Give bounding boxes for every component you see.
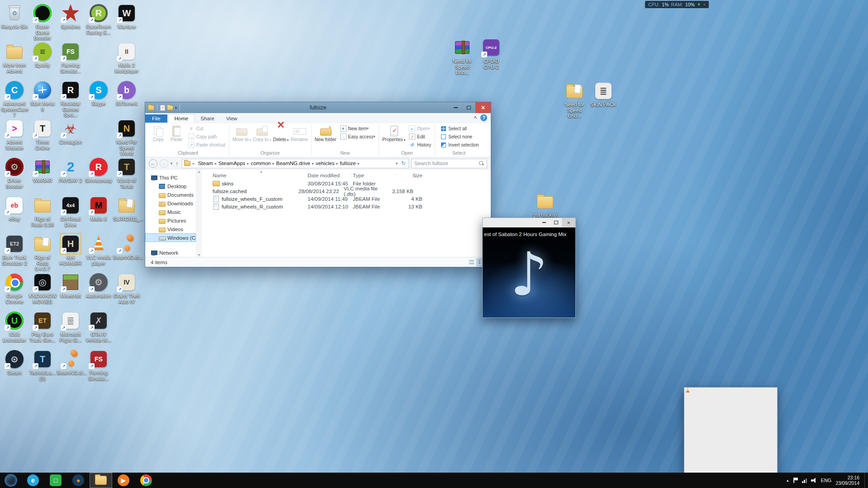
search-input[interactable]: Search fullsize [414,161,479,166]
show-desktop-button[interactable] [864,473,866,488]
action-center-flag-icon[interactable] [793,478,798,483]
nav-item-pictures[interactable]: Pictures [145,216,196,225]
desktop-icon-payday-2[interactable]: 2↗PAYDAY 2 [57,157,84,184]
desktop-icon-advanced-systemcare-7[interactable]: C↗Advanced SystemCare 7 [1,81,28,118]
desktop-icon-simraceway[interactable]: R↗Simraceway [85,157,112,184]
taskbar-firefox-button[interactable]: ● [67,473,90,488]
desktop-icon-play-euro-truck-sim[interactable]: ET↗Play Euro Truck Sim... [29,311,56,343]
vlc-maximize-button[interactable] [550,218,562,227]
desktop-icon-times-online[interactable]: T↗Times Online [29,119,56,151]
taskbar-file-explorer-button[interactable] [90,473,112,488]
desktop-icon-rockstar-games-soci[interactable]: R↗Rockstar Games Soci... [57,81,84,118]
new-folder-qat-icon[interactable] [167,105,173,110]
desktop-icon-driver-booster[interactable]: ⚙↗Driver Booster [1,157,28,189]
desktop-icon-rigs-of-rods-0-38[interactable]: Rigs of Rods 0.38 [29,196,56,227]
select-none-button[interactable]: Select none [439,133,480,141]
breadcrumb-segment[interactable]: Steam [197,161,214,166]
scroll-up-icon[interactable]: ▲ [198,170,201,173]
nav-item-downloads[interactable]: Downloads [145,199,196,208]
desktop-icon-mafia-2-multiplayer[interactable]: II↗Mafia 2 Multiplayer [113,42,140,74]
nav-item-windows-c[interactable]: Windows (C:) [145,233,196,242]
desktop-icon-need-for-speed-und[interactable]: Need for Speed Und... [449,38,476,76]
history-button[interactable]: ↺History [408,141,432,149]
desktop-icon-warface[interactable]: W↗Warface [113,4,140,30]
desktop-icon-mafia-ii[interactable]: M↗Mafia II [85,196,112,222]
nav-item-desktop[interactable]: Desktop [145,182,196,190]
close-button[interactable]: × [475,102,491,113]
minimize-ribbon-icon[interactable]: ^ [474,115,477,121]
language-indicator[interactable]: ENG [821,478,832,483]
explorer-titlebar[interactable]: ▾ fullsize × [145,102,491,113]
desktop-icon-steam[interactable]: ⊙↗Steam [1,350,28,376]
desktop-icon-microsoft-flight-si[interactable]: ≣↗Microsoft Flight Si... [57,311,84,343]
desktop-icon-iobit-uninstaller[interactable]: U↗IObit Uninstaller [1,311,28,343]
minimize-button[interactable] [449,102,462,113]
start-button[interactable] [0,473,22,488]
refresh-icon[interactable]: ↻ [400,160,407,166]
desktop-icon-bittorrent[interactable]: b↗BitTorrent [113,81,140,107]
up-button[interactable]: ↑ [175,160,180,167]
widget-close-icon[interactable]: × [703,3,706,7]
tab-file[interactable]: File [145,114,167,123]
recent-locations-caret-icon[interactable]: ▾ [171,161,172,166]
desktop-icon-farming-simulat[interactable]: FS↗Farming Simulat... [57,42,84,74]
vlc-titlebar[interactable]: × [483,218,575,227]
new-item-button[interactable]: +New item ▾ [339,124,377,133]
edit-button[interactable]: ∕Edit [408,133,432,141]
desktop-icon-technicla-9[interactable]: T↗TechnicLa... (9) [29,350,56,381]
search-box[interactable]: Search fullsize [411,159,487,168]
nav-item-music[interactable]: Music [145,208,196,216]
file-row-fullsize-wheels-r-custom[interactable]: fullsize_wheels_R_custom14/09/2014 12:10… [213,203,491,210]
desktop-icon-google-chrome[interactable]: ↗Google Chrome [1,273,28,304]
qat-customize-caret-icon[interactable]: ▾ [175,106,177,110]
properties-qat-icon[interactable] [160,105,165,111]
address-dropdown-icon[interactable]: ▾ [394,161,399,166]
column-header-date-modified[interactable]: Date modified [307,173,352,178]
desktop-icon-vlc-media-player[interactable]: ↗VLC media player [85,234,112,266]
desktop-icon-world-of-tanks[interactable]: T↗World of Tanks [113,157,140,189]
desktop-icon-minecraft[interactable]: ↗Minecraft [57,273,84,299]
easy-access-button[interactable]: →Easy access ▾ [339,133,377,141]
desktop-icon-automation[interactable]: ⚙↗Automation [85,273,112,299]
breadcrumb-overflow-icon[interactable]: « [192,161,195,166]
breadcrumb-segment[interactable]: SteamApps [217,161,247,166]
tab-home[interactable]: Home [168,114,195,123]
scroll-down-icon[interactable]: ▼ [198,253,201,256]
new-folder-button[interactable]: New folder [314,124,337,142]
desktop-icon-need-for-speed-world[interactable]: N↗Need For Speed World [113,119,140,156]
desktop-icon-raceroom-racing-e[interactable]: R↗RaceRoom Racing E... [85,4,112,35]
desktop-icon-farming-simulat[interactable]: FS↗Farming Simulat... [85,350,112,381]
nav-item-documents[interactable]: Documents [145,190,196,199]
desktop-icon-spotify[interactable]: ≡↗Spotify [29,42,56,68]
taskbar-game-capture-button[interactable]: □ [44,473,67,488]
hidden-icons-chevron-icon[interactable]: ▲ [786,479,789,483]
desktop-icon-advent-website[interactable]: >↗Advent Website [1,119,28,151]
tab-view[interactable]: View [220,114,243,123]
desktop-icon-more-from-advent[interactable]: More from Advent [1,42,28,74]
desktop-icon-need-for-speed-und[interactable]: Need for Speed Und... [561,81,588,119]
clock[interactable]: 23:16 23/09/2014 [835,475,859,486]
vlc-video-area[interactable]: est of Sabaton 2 Hours Gaming Mix ♪ [483,227,575,317]
vlc-close-button[interactable]: × [562,218,575,227]
invert-selection-button[interactable]: Invert selection [439,141,480,149]
nav-item-this-pc[interactable]: This PC [145,173,196,182]
desktop-icon-gta-backup[interactable]: gta backup [531,192,559,218]
widget-collapse-icon[interactable]: ▼ [697,3,701,7]
breadcrumb-segment[interactable]: vehicles [314,161,336,166]
desktop-icon-recycle-bin[interactable]: ♻Recycle Bin [1,4,28,30]
nav-scrollbar[interactable]: ▲ ▼ [196,170,202,257]
taskbar-media-player-button[interactable]: ▶ [112,473,135,488]
desktop-icon-beamng-dr[interactable]: ↗BeamNG.dr... [57,350,84,376]
details-view-button[interactable] [467,259,476,266]
desktop-icon-rigs-of-rods-0-4-0-7[interactable]: Rigs of Rods 0.4.0.7 [29,234,56,272]
desktop-icon-knowhow-movies[interactable]: ◎↗KNOWHOW MOVIES [29,273,56,304]
tab-share[interactable]: Share [194,114,220,123]
taskbar-internet-explorer-button[interactable]: e [22,473,44,488]
breadcrumb-segment[interactable]: common [249,161,272,166]
help-icon[interactable]: ? [480,114,487,121]
nav-item-network[interactable]: Network [145,248,196,257]
desktop-icon-beamng-dr[interactable]: ↗BeamNG.dr... [113,234,140,261]
desktop-icon-skin-pack[interactable]: ≣SKIN PACK [590,81,617,108]
desktop-icon-grand-theft-auto-iv[interactable]: IV↗Grand Theft Auto IV [113,273,140,304]
desktop-icon-4x4-hummer[interactable]: H↗4x4 HUMMER [57,234,84,266]
